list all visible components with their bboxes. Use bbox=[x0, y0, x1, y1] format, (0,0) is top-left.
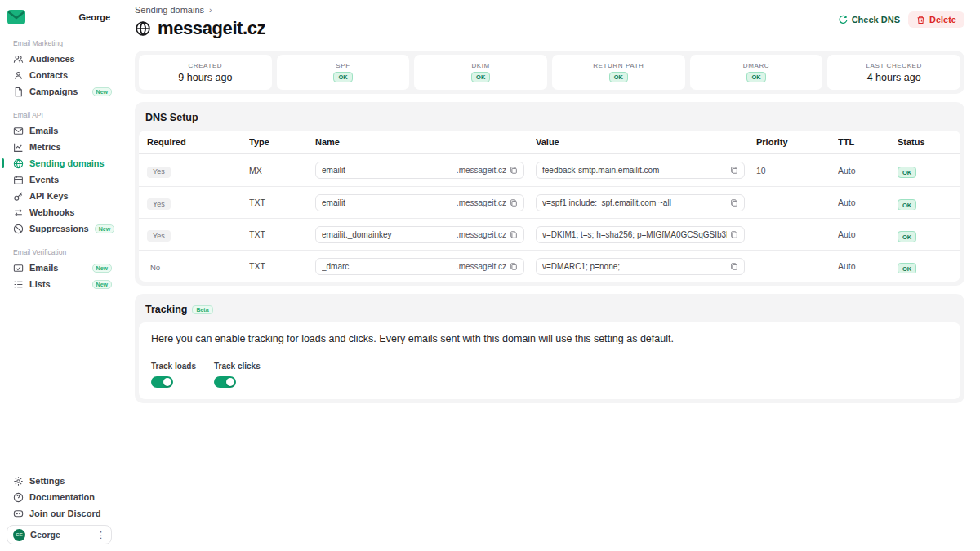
sidebar-item-label: API Keys bbox=[29, 191, 69, 201]
sidebar-item-label: Events bbox=[29, 175, 59, 184]
sidebar-item-label: Sending domains bbox=[29, 158, 105, 168]
sidebar-item-label: Join our Discord bbox=[29, 509, 100, 518]
new-badge: New bbox=[92, 264, 112, 273]
dns-table-header: Required Type Name Value Priority TTL St… bbox=[139, 131, 960, 154]
dns-setup-panel: DNS Setup Required Type Name Value Prior… bbox=[135, 102, 964, 286]
copy-icon[interactable] bbox=[730, 198, 738, 207]
value-field[interactable]: v=DKIM1; t=s; h=sha256; p=MIGfMA0GCSqGSI… bbox=[536, 226, 745, 243]
tracking-description: Here you can enable tracking for loads a… bbox=[151, 333, 948, 344]
sidebar-item-settings[interactable]: Settings bbox=[0, 473, 118, 489]
user-menu[interactable]: GE George ⋮ bbox=[7, 525, 112, 544]
webhook-icon bbox=[13, 207, 24, 218]
new-badge: New bbox=[92, 280, 112, 289]
trash-icon bbox=[916, 16, 925, 24]
ban-icon bbox=[13, 224, 24, 234]
sidebar-item-emails[interactable]: Emails bbox=[0, 122, 118, 139]
help-icon bbox=[13, 492, 24, 503]
sidebar-item-campaigns[interactable]: Campaigns New bbox=[0, 83, 118, 100]
status-card-dmarc: DMARC OK bbox=[690, 55, 823, 90]
sidebar-item-api-keys[interactable]: API Keys bbox=[0, 188, 118, 204]
check-dns-button[interactable]: Check DNS bbox=[838, 15, 900, 24]
copy-icon[interactable] bbox=[510, 262, 518, 271]
ttl-value: Auto bbox=[838, 261, 898, 271]
required-badge: Yes bbox=[147, 198, 171, 210]
status-card-created: CREATED 9 hours ago bbox=[139, 55, 272, 90]
ttl-value: Auto bbox=[838, 198, 898, 207]
kebab-menu-icon[interactable]: ⋮ bbox=[96, 531, 105, 540]
name-field[interactable]: emailit._domainkey .messageit.cz bbox=[315, 226, 524, 243]
domain-suffix: .messageit.cz bbox=[457, 166, 506, 175]
app-logo-icon[interactable] bbox=[7, 8, 26, 26]
delete-button[interactable]: Delete bbox=[908, 11, 964, 28]
dns-row-mx: Yes MX emailit .messageit.cz feedback-sm… bbox=[139, 154, 960, 186]
name-field[interactable]: emailit .messageit.cz bbox=[315, 162, 524, 179]
row-status-badge: OK bbox=[898, 167, 916, 178]
mail-icon bbox=[13, 126, 24, 136]
user-name: George bbox=[30, 530, 60, 540]
record-type: TXT bbox=[249, 198, 315, 207]
track-loads-label: Track loads bbox=[151, 362, 196, 371]
copy-icon[interactable] bbox=[730, 262, 738, 271]
dns-row-spf: Yes TXT emailit .messageit.cz v=spf1 inc… bbox=[139, 186, 960, 218]
copy-icon[interactable] bbox=[510, 166, 518, 175]
status-card-last-checked: LAST CHECKED 4 hours ago bbox=[827, 55, 960, 90]
track-clicks-toggle[interactable] bbox=[214, 376, 236, 388]
sidebar-item-sending-domains[interactable]: Sending domains bbox=[0, 155, 118, 171]
contact-icon bbox=[13, 70, 24, 81]
status-cards: CREATED 9 hours ago SPF OK DKIM OK RETUR… bbox=[135, 51, 964, 94]
discord-icon bbox=[13, 509, 24, 519]
row-status-badge: OK bbox=[898, 199, 916, 211]
section-label-email-marketing: Email Marketing bbox=[7, 39, 118, 47]
track-loads-toggle[interactable] bbox=[151, 376, 173, 388]
copy-icon[interactable] bbox=[510, 230, 518, 239]
sidebar-item-audiences[interactable]: Audiences bbox=[0, 51, 118, 67]
value-field[interactable]: v=spf1 include:_spf.emailit.com ~all bbox=[536, 194, 745, 211]
copy-icon[interactable] bbox=[510, 198, 518, 207]
list-icon bbox=[13, 279, 24, 290]
breadcrumb-item[interactable]: Sending domains bbox=[135, 5, 204, 15]
sidebar-item-contacts[interactable]: Contacts bbox=[0, 67, 118, 83]
last-checked-value: 4 hours ago bbox=[867, 72, 921, 83]
domain-suffix: .messageit.cz bbox=[457, 230, 506, 239]
sidebar-item-documentation[interactable]: Documentation bbox=[0, 489, 118, 505]
row-status-badge: OK bbox=[898, 263, 916, 274]
section-label-email-verification: Email Verification bbox=[7, 248, 118, 256]
spf-status-badge: OK bbox=[333, 72, 352, 82]
sidebar-item-label: Documentation bbox=[29, 492, 95, 502]
breadcrumb[interactable]: Sending domains › bbox=[135, 5, 265, 15]
chevron-right-icon: › bbox=[209, 5, 212, 15]
domain-suffix: .messageit.cz bbox=[457, 198, 506, 207]
sidebar: George Email Marketing Audiences Contact… bbox=[0, 0, 118, 551]
sidebar-item-verification-emails[interactable]: Emails New bbox=[0, 260, 118, 276]
sidebar-item-label: Campaigns bbox=[29, 87, 78, 96]
sidebar-item-label: Emails bbox=[29, 263, 58, 273]
name-field[interactable]: _dmarc .messageit.cz bbox=[315, 258, 524, 275]
copy-icon[interactable] bbox=[730, 166, 738, 175]
sidebar-item-events[interactable]: Events bbox=[0, 171, 118, 188]
workspace-name[interactable]: George bbox=[78, 12, 110, 22]
sidebar-item-label: Contacts bbox=[29, 70, 68, 80]
tracking-title: Tracking bbox=[145, 304, 187, 315]
sidebar-item-lists[interactable]: Lists New bbox=[0, 276, 118, 292]
sidebar-item-label: Audiences bbox=[29, 54, 75, 64]
sidebar-footer: Settings Documentation Join our Discord … bbox=[0, 473, 118, 544]
sidebar-item-label: Lists bbox=[29, 279, 51, 289]
record-type: TXT bbox=[249, 261, 315, 271]
name-field[interactable]: emailit .messageit.cz bbox=[315, 194, 524, 211]
dkim-status-badge: OK bbox=[471, 72, 490, 82]
track-clicks-label: Track clicks bbox=[214, 362, 261, 371]
globe-icon bbox=[13, 158, 24, 169]
sidebar-item-suppressions[interactable]: Suppressions New bbox=[0, 220, 118, 237]
sidebar-item-webhooks[interactable]: Webhooks bbox=[0, 204, 118, 220]
dmarc-status-badge: OK bbox=[746, 72, 765, 82]
topbar: Sending domains › messageit.cz Check DNS… bbox=[135, 5, 964, 39]
page-title: messageit.cz bbox=[158, 18, 265, 39]
value-field[interactable]: feedback-smtp.main.emailit.com bbox=[536, 162, 745, 179]
sidebar-item-metrics[interactable]: Metrics bbox=[0, 139, 118, 155]
dns-setup-title: DNS Setup bbox=[145, 112, 198, 123]
copy-icon[interactable] bbox=[730, 230, 738, 239]
dns-table: Required Type Name Value Priority TTL St… bbox=[139, 131, 960, 282]
sidebar-item-discord[interactable]: Join our Discord bbox=[0, 505, 118, 522]
tracking-panel: Tracking Beta Here you can enable tracki… bbox=[135, 294, 964, 403]
value-field[interactable]: v=DMARC1; p=none; bbox=[536, 258, 745, 275]
